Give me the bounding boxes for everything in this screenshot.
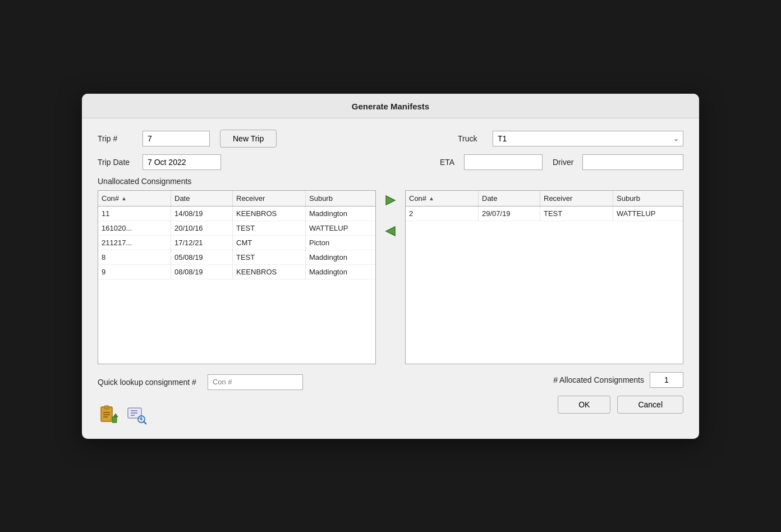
row-date: 20/10/16 [171, 221, 233, 235]
row-date: 08/08/19 [171, 265, 233, 279]
eta-label: ETA [440, 158, 460, 167]
svg-point-15 [140, 418, 143, 420]
right-col-suburb: Suburb [613, 191, 683, 206]
row-date: 17/12/21 [171, 236, 233, 250]
allocated-count-label: # Allocated Consignments [553, 375, 644, 384]
move-left-button[interactable] [380, 221, 401, 243]
dialog-footer: OK Cancel [558, 396, 683, 416]
right-col-receiver: Receiver [540, 191, 613, 206]
dialog-title: Generate Manifests [82, 94, 699, 118]
row-suburb: Maddington [306, 207, 375, 221]
arrow-left-icon [383, 223, 398, 239]
unallocated-table: Con# ▲ Date Receiver Suburb 11 14/08/19 … [98, 190, 376, 364]
move-right-button[interactable] [380, 190, 401, 212]
row-suburb: Maddington [306, 250, 375, 264]
truck-select[interactable]: T1 [493, 131, 683, 146]
left-col-receiver: Receiver [233, 191, 306, 206]
print-icon [99, 405, 119, 425]
allocated-table: Con# ▲ Date Receiver Suburb 2 29/07/19 T… [405, 190, 683, 364]
icon-row [98, 403, 303, 428]
trip-number-input[interactable] [143, 131, 210, 146]
table-row[interactable]: 11 14/08/19 KEENBROS Maddington [98, 207, 375, 221]
row-suburb: Maddington [306, 265, 375, 279]
right-col-con: Con# ▲ [406, 191, 479, 206]
sort-arrow-con: ▲ [121, 195, 127, 201]
svg-line-16 [141, 418, 143, 418]
row-con: 161020... [98, 221, 171, 235]
row-con: 11 [98, 207, 171, 221]
trip-date-input[interactable] [143, 154, 221, 170]
row-con: 2 [406, 207, 479, 221]
generate-manifests-dialog: Generate Manifests Trip # New Trip Truck… [82, 94, 699, 439]
truck-select-wrapper: T1 ⌄ [493, 131, 683, 146]
right-col-date: Date [479, 191, 540, 206]
eta-input[interactable] [464, 154, 543, 170]
row-con: 211217... [98, 236, 171, 250]
left-col-suburb: Suburb [306, 191, 375, 206]
title-text: Generate Manifests [352, 102, 429, 111]
allocated-count-input[interactable] [650, 372, 683, 388]
print-icon-button[interactable] [98, 403, 120, 428]
svg-marker-0 [386, 196, 395, 205]
left-col-date: Date [171, 191, 233, 206]
row-receiver: TEST [233, 250, 306, 264]
ok-button[interactable]: OK [558, 396, 610, 414]
row-receiver: TEST [233, 221, 306, 235]
driver-label: Driver [553, 158, 578, 167]
left-col-con: Con# ▲ [98, 191, 171, 206]
row-receiver: TEST [540, 207, 613, 221]
arrow-column [376, 190, 405, 243]
driver-input[interactable] [582, 154, 683, 170]
svg-rect-3 [104, 406, 109, 409]
truck-label: Truck [458, 134, 486, 143]
quick-lookup-label: Quick lookup consignment # [98, 378, 196, 387]
allocated-table-body: 2 29/07/19 TEST WATTELUP [406, 207, 683, 364]
quick-lookup-input[interactable] [208, 374, 303, 390]
table-row[interactable]: 2 29/07/19 TEST WATTELUP [406, 207, 683, 221]
trip-date-label: Trip Date [98, 158, 143, 167]
unallocated-section-title: Unallocated Consignments [98, 177, 683, 186]
right-sort-arrow-con: ▲ [429, 195, 434, 201]
new-trip-button[interactable]: New Trip [220, 130, 277, 148]
table-row[interactable]: 161020... 20/10/16 TEST WATTELUP [98, 221, 375, 236]
left-table-header: Con# ▲ Date Receiver Suburb [98, 191, 375, 207]
table-row[interactable]: 8 05/08/19 TEST Maddington [98, 250, 375, 265]
row-receiver: KEENBROS [233, 265, 306, 279]
cancel-button[interactable]: Cancel [617, 396, 683, 414]
table-row[interactable]: 211217... 17/12/21 CMT Picton [98, 236, 375, 250]
search-icon-button[interactable] [126, 403, 148, 428]
row-date: 14/08/19 [171, 207, 233, 221]
row-con: 9 [98, 265, 171, 279]
svg-marker-1 [386, 227, 395, 236]
row-receiver: KEENBROS [233, 207, 306, 221]
row-date: 05/08/19 [171, 250, 233, 264]
search-icon [127, 405, 147, 425]
row-suburb: Picton [306, 236, 375, 250]
row-receiver: CMT [233, 236, 306, 250]
row-date: 29/07/19 [479, 207, 540, 221]
svg-marker-8 [113, 414, 118, 417]
row-con: 8 [98, 250, 171, 264]
svg-line-14 [144, 421, 146, 424]
svg-marker-7 [112, 417, 117, 423]
row-suburb: WATTELUP [613, 207, 683, 221]
row-suburb: WATTELUP [306, 221, 375, 235]
unallocated-table-body: 11 14/08/19 KEENBROS Maddington 161020..… [98, 207, 375, 364]
right-table-header: Con# ▲ Date Receiver Suburb [406, 191, 683, 207]
arrow-right-icon [383, 192, 398, 208]
trip-label: Trip # [98, 134, 143, 143]
table-row[interactable]: 9 08/08/19 KEENBROS Maddington [98, 265, 375, 279]
